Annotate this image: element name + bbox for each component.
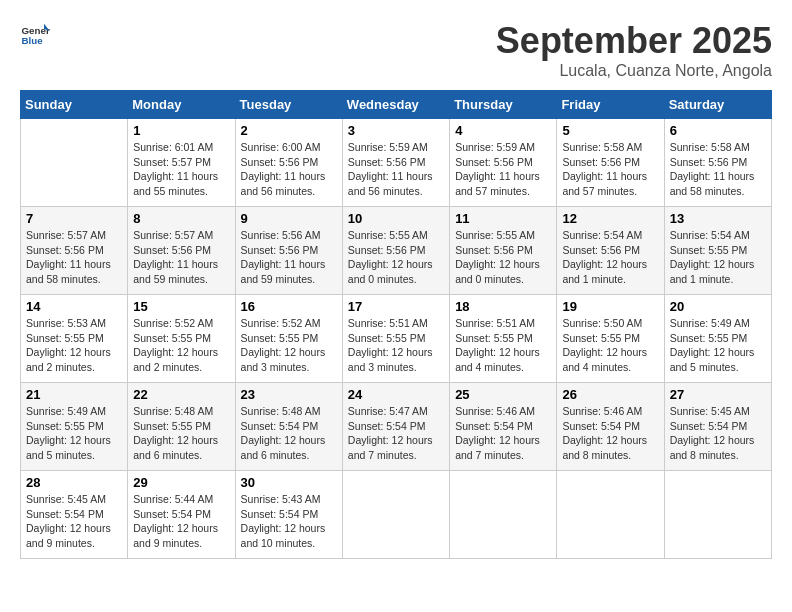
day-number: 5 — [562, 123, 658, 138]
calendar-cell: 5Sunrise: 5:58 AM Sunset: 5:56 PM Daylig… — [557, 119, 664, 207]
calendar-cell: 28Sunrise: 5:45 AM Sunset: 5:54 PM Dayli… — [21, 471, 128, 559]
day-info: Sunrise: 5:59 AM Sunset: 5:56 PM Dayligh… — [455, 140, 551, 199]
day-number: 8 — [133, 211, 229, 226]
day-number: 6 — [670, 123, 766, 138]
calendar-cell: 17Sunrise: 5:51 AM Sunset: 5:55 PM Dayli… — [342, 295, 449, 383]
calendar-cell: 23Sunrise: 5:48 AM Sunset: 5:54 PM Dayli… — [235, 383, 342, 471]
day-header-monday: Monday — [128, 91, 235, 119]
calendar-cell: 26Sunrise: 5:46 AM Sunset: 5:54 PM Dayli… — [557, 383, 664, 471]
day-info: Sunrise: 5:52 AM Sunset: 5:55 PM Dayligh… — [241, 316, 337, 375]
day-header-saturday: Saturday — [664, 91, 771, 119]
calendar-cell: 9Sunrise: 5:56 AM Sunset: 5:56 PM Daylig… — [235, 207, 342, 295]
day-number: 24 — [348, 387, 444, 402]
calendar-week-3: 14Sunrise: 5:53 AM Sunset: 5:55 PM Dayli… — [21, 295, 772, 383]
calendar-cell: 1Sunrise: 6:01 AM Sunset: 5:57 PM Daylig… — [128, 119, 235, 207]
day-info: Sunrise: 5:48 AM Sunset: 5:54 PM Dayligh… — [241, 404, 337, 463]
day-number: 11 — [455, 211, 551, 226]
calendar-cell: 21Sunrise: 5:49 AM Sunset: 5:55 PM Dayli… — [21, 383, 128, 471]
calendar-week-2: 7Sunrise: 5:57 AM Sunset: 5:56 PM Daylig… — [21, 207, 772, 295]
day-info: Sunrise: 5:46 AM Sunset: 5:54 PM Dayligh… — [455, 404, 551, 463]
day-info: Sunrise: 6:01 AM Sunset: 5:57 PM Dayligh… — [133, 140, 229, 199]
day-number: 20 — [670, 299, 766, 314]
calendar-cell: 14Sunrise: 5:53 AM Sunset: 5:55 PM Dayli… — [21, 295, 128, 383]
day-info: Sunrise: 5:49 AM Sunset: 5:55 PM Dayligh… — [670, 316, 766, 375]
calendar-cell: 20Sunrise: 5:49 AM Sunset: 5:55 PM Dayli… — [664, 295, 771, 383]
calendar-cell: 18Sunrise: 5:51 AM Sunset: 5:55 PM Dayli… — [450, 295, 557, 383]
day-info: Sunrise: 5:54 AM Sunset: 5:55 PM Dayligh… — [670, 228, 766, 287]
calendar-cell: 27Sunrise: 5:45 AM Sunset: 5:54 PM Dayli… — [664, 383, 771, 471]
day-info: Sunrise: 5:46 AM Sunset: 5:54 PM Dayligh… — [562, 404, 658, 463]
calendar-cell — [450, 471, 557, 559]
day-info: Sunrise: 5:53 AM Sunset: 5:55 PM Dayligh… — [26, 316, 122, 375]
day-number: 29 — [133, 475, 229, 490]
day-info: Sunrise: 5:58 AM Sunset: 5:56 PM Dayligh… — [670, 140, 766, 199]
calendar-cell: 12Sunrise: 5:54 AM Sunset: 5:56 PM Dayli… — [557, 207, 664, 295]
day-info: Sunrise: 5:57 AM Sunset: 5:56 PM Dayligh… — [133, 228, 229, 287]
calendar-week-4: 21Sunrise: 5:49 AM Sunset: 5:55 PM Dayli… — [21, 383, 772, 471]
calendar-cell: 22Sunrise: 5:48 AM Sunset: 5:55 PM Dayli… — [128, 383, 235, 471]
day-number: 2 — [241, 123, 337, 138]
day-info: Sunrise: 5:48 AM Sunset: 5:55 PM Dayligh… — [133, 404, 229, 463]
svg-text:Blue: Blue — [22, 35, 44, 46]
day-number: 13 — [670, 211, 766, 226]
calendar-cell: 8Sunrise: 5:57 AM Sunset: 5:56 PM Daylig… — [128, 207, 235, 295]
day-info: Sunrise: 5:57 AM Sunset: 5:56 PM Dayligh… — [26, 228, 122, 287]
day-number: 15 — [133, 299, 229, 314]
calendar-cell — [557, 471, 664, 559]
day-info: Sunrise: 5:44 AM Sunset: 5:54 PM Dayligh… — [133, 492, 229, 551]
day-number: 30 — [241, 475, 337, 490]
day-info: Sunrise: 5:56 AM Sunset: 5:56 PM Dayligh… — [241, 228, 337, 287]
day-header-tuesday: Tuesday — [235, 91, 342, 119]
day-header-sunday: Sunday — [21, 91, 128, 119]
day-header-friday: Friday — [557, 91, 664, 119]
day-number: 19 — [562, 299, 658, 314]
calendar-cell: 24Sunrise: 5:47 AM Sunset: 5:54 PM Dayli… — [342, 383, 449, 471]
day-header-wednesday: Wednesday — [342, 91, 449, 119]
calendar-cell: 29Sunrise: 5:44 AM Sunset: 5:54 PM Dayli… — [128, 471, 235, 559]
calendar-cell: 3Sunrise: 5:59 AM Sunset: 5:56 PM Daylig… — [342, 119, 449, 207]
day-number: 3 — [348, 123, 444, 138]
calendar-cell: 11Sunrise: 5:55 AM Sunset: 5:56 PM Dayli… — [450, 207, 557, 295]
calendar-table: SundayMondayTuesdayWednesdayThursdayFrid… — [20, 90, 772, 559]
day-info: Sunrise: 5:54 AM Sunset: 5:56 PM Dayligh… — [562, 228, 658, 287]
month-title: September 2025 — [496, 20, 772, 62]
day-number: 16 — [241, 299, 337, 314]
day-number: 4 — [455, 123, 551, 138]
calendar-cell: 4Sunrise: 5:59 AM Sunset: 5:56 PM Daylig… — [450, 119, 557, 207]
logo-icon: General Blue — [20, 20, 50, 50]
calendar-week-1: 1Sunrise: 6:01 AM Sunset: 5:57 PM Daylig… — [21, 119, 772, 207]
day-info: Sunrise: 5:51 AM Sunset: 5:55 PM Dayligh… — [455, 316, 551, 375]
day-info: Sunrise: 5:45 AM Sunset: 5:54 PM Dayligh… — [26, 492, 122, 551]
day-info: Sunrise: 5:55 AM Sunset: 5:56 PM Dayligh… — [348, 228, 444, 287]
calendar-cell: 10Sunrise: 5:55 AM Sunset: 5:56 PM Dayli… — [342, 207, 449, 295]
calendar-cell: 13Sunrise: 5:54 AM Sunset: 5:55 PM Dayli… — [664, 207, 771, 295]
calendar-week-5: 28Sunrise: 5:45 AM Sunset: 5:54 PM Dayli… — [21, 471, 772, 559]
day-info: Sunrise: 5:55 AM Sunset: 5:56 PM Dayligh… — [455, 228, 551, 287]
location-subtitle: Lucala, Cuanza Norte, Angola — [496, 62, 772, 80]
calendar-header-row: SundayMondayTuesdayWednesdayThursdayFrid… — [21, 91, 772, 119]
day-info: Sunrise: 5:58 AM Sunset: 5:56 PM Dayligh… — [562, 140, 658, 199]
day-number: 1 — [133, 123, 229, 138]
day-info: Sunrise: 5:52 AM Sunset: 5:55 PM Dayligh… — [133, 316, 229, 375]
calendar-cell — [664, 471, 771, 559]
day-header-thursday: Thursday — [450, 91, 557, 119]
day-number: 22 — [133, 387, 229, 402]
day-info: Sunrise: 5:50 AM Sunset: 5:55 PM Dayligh… — [562, 316, 658, 375]
calendar-cell: 25Sunrise: 5:46 AM Sunset: 5:54 PM Dayli… — [450, 383, 557, 471]
day-number: 28 — [26, 475, 122, 490]
calendar-cell: 7Sunrise: 5:57 AM Sunset: 5:56 PM Daylig… — [21, 207, 128, 295]
day-number: 21 — [26, 387, 122, 402]
day-number: 9 — [241, 211, 337, 226]
day-number: 17 — [348, 299, 444, 314]
day-number: 14 — [26, 299, 122, 314]
day-number: 27 — [670, 387, 766, 402]
calendar-cell: 19Sunrise: 5:50 AM Sunset: 5:55 PM Dayli… — [557, 295, 664, 383]
calendar-cell: 6Sunrise: 5:58 AM Sunset: 5:56 PM Daylig… — [664, 119, 771, 207]
day-number: 18 — [455, 299, 551, 314]
calendar-cell: 30Sunrise: 5:43 AM Sunset: 5:54 PM Dayli… — [235, 471, 342, 559]
day-number: 26 — [562, 387, 658, 402]
day-info: Sunrise: 5:59 AM Sunset: 5:56 PM Dayligh… — [348, 140, 444, 199]
day-info: Sunrise: 6:00 AM Sunset: 5:56 PM Dayligh… — [241, 140, 337, 199]
calendar-cell: 2Sunrise: 6:00 AM Sunset: 5:56 PM Daylig… — [235, 119, 342, 207]
day-number: 12 — [562, 211, 658, 226]
